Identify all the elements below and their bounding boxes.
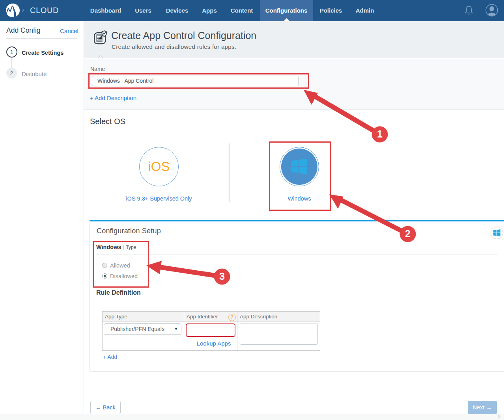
- svg-text:1: 1: [377, 128, 383, 139]
